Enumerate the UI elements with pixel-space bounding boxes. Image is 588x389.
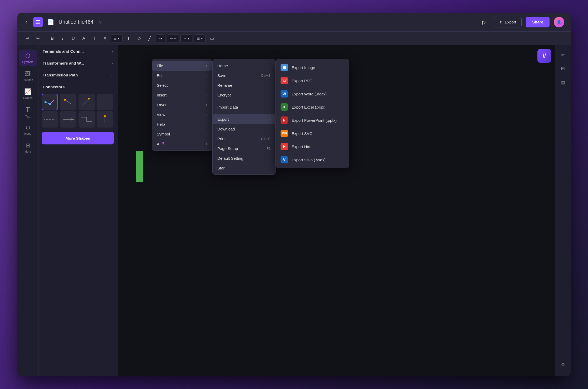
menu-item-ai[interactable]: AI // ›	[152, 139, 212, 149]
more-shapes-button[interactable]: More Shapes	[42, 132, 114, 144]
file-encrypt[interactable]: Encrypt	[213, 90, 275, 100]
right-grid-icon[interactable]: ⊞	[558, 63, 568, 74]
redo-button[interactable]: ↪	[33, 34, 42, 43]
play-button[interactable]: ▷	[479, 17, 489, 27]
menu-item-layout[interactable]: Layout ›	[152, 100, 212, 110]
connector-shape-1[interactable]	[42, 94, 58, 110]
file-print[interactable]: Print Ctrl+P	[213, 134, 275, 144]
connectors-chevron: ⌃	[110, 85, 113, 89]
help-arrow: ›	[206, 123, 207, 126]
layout-arrow: ›	[206, 103, 207, 107]
file-home[interactable]: Home	[213, 61, 275, 71]
menu-item-symbol[interactable]: Symbol ›	[152, 129, 212, 139]
menu-item-file[interactable]: File ›	[152, 61, 212, 71]
export-image[interactable]: 🖼 Export Image	[276, 61, 349, 74]
connector-shape-8[interactable]	[97, 111, 113, 128]
right-settings-icon[interactable]: ⚙	[558, 359, 568, 370]
menu-item-select[interactable]: Select ›	[152, 80, 212, 90]
connectors-grid	[38, 93, 117, 129]
sidebar-item-text[interactable]: T Text	[19, 103, 37, 120]
svg-line-3	[50, 100, 54, 104]
save-shortcut: Ctrl+S	[261, 74, 271, 77]
export-image-icon: 🖼	[281, 64, 288, 71]
export-pdf[interactable]: PDF Export PDF	[276, 74, 349, 87]
menu-item-insert[interactable]: Insert ›	[152, 90, 212, 100]
view-arrow: ›	[206, 113, 207, 116]
undo-button[interactable]: ↩	[23, 34, 32, 43]
bold-button[interactable]: B	[48, 34, 57, 43]
export-excel[interactable]: X Export Excel (.xlsx)	[276, 100, 349, 114]
line-style-dropdown[interactable]: — ▾	[167, 35, 179, 42]
export-excel-icon: X	[281, 103, 288, 111]
insert-arrow: ›	[206, 93, 207, 97]
file-submenu: Home Save Ctrl+S Rename Encrypt Import D…	[212, 59, 276, 175]
toolbar: ↩ ↪ B I U A T ≡ ≣ ▾ T ◇ ╱ ⌐▾ — ▾ → ▾ ☰ ▾…	[17, 32, 571, 45]
file-arrow: ›	[206, 64, 207, 68]
export-powerpoint[interactable]: P Export PowerPoint (.pptx)	[276, 114, 349, 127]
arrow-style-dropdown[interactable]: → ▾	[180, 35, 193, 42]
export-word[interactable]: W Export Word (.docx)	[276, 87, 349, 100]
edit-arrow: ›	[206, 74, 207, 77]
export-visio[interactable]: V Export Visio (.vsdx)	[276, 153, 349, 166]
text-icon: T	[26, 106, 30, 114]
corner-dropdown[interactable]: ⌐▾	[156, 35, 165, 42]
export-arrow: ›	[270, 118, 271, 121]
export-svg[interactable]: SVG Export SVG	[276, 127, 349, 140]
terminals-chevron: ›	[112, 49, 113, 54]
brush-button[interactable]: ╱	[145, 34, 154, 43]
sidebar-item-graphs[interactable]: 📈 Graphs	[19, 85, 37, 102]
symbols-icon: ⬡	[25, 52, 30, 59]
transformers-section[interactable]: Transformers and W... ›	[38, 57, 117, 69]
connector-shape-6[interactable]	[60, 111, 76, 128]
right-table-icon[interactable]: ▤	[558, 77, 568, 87]
file-save[interactable]: Save Ctrl+S	[213, 71, 275, 80]
text-button[interactable]: T	[90, 34, 99, 43]
export-html[interactable]: H Export Html	[276, 140, 349, 153]
menu-item-view[interactable]: View ›	[152, 110, 212, 119]
font-color-button[interactable]: A	[79, 34, 88, 43]
connector-shape-3[interactable]	[79, 94, 95, 110]
connector-shape-7[interactable]	[79, 111, 95, 128]
back-button[interactable]: ‹	[24, 17, 29, 27]
text-style-button[interactable]: T	[124, 34, 133, 43]
menu-item-help[interactable]: Help ›	[152, 119, 212, 129]
right-paint-icon[interactable]: ✏	[558, 50, 568, 60]
connectors-section[interactable]: Connectors ⌃	[38, 81, 117, 93]
transformers-chevron: ›	[112, 61, 113, 65]
menu-button[interactable]	[33, 17, 43, 27]
connector-shape-5[interactable]	[42, 111, 58, 128]
underline-button[interactable]: U	[69, 34, 78, 43]
file-import[interactable]: Import Data	[213, 102, 275, 112]
export-html-icon: H	[281, 143, 288, 150]
more-style-dropdown[interactable]: ☰ ▾	[194, 35, 206, 42]
export-icon: ⬆	[499, 20, 503, 25]
sidebar-item-symbols[interactable]: ⬡ Symbols	[19, 50, 37, 66]
avatar: 👤	[554, 17, 564, 27]
export-submenu: 🖼 Export Image PDF Export PDF W Export W…	[276, 59, 349, 168]
sidebar-item-more[interactable]: ⊞ More	[19, 139, 37, 156]
menu-item-edit[interactable]: Edit ›	[152, 71, 212, 80]
file-star[interactable]: Star	[213, 163, 275, 173]
canvas-area[interactable]: 🏠 // File	[117, 45, 555, 376]
more-icon: ⊞	[26, 142, 30, 149]
file-page-setup[interactable]: Page Setup F6	[213, 144, 275, 153]
svg-line-7	[82, 99, 89, 105]
italic-button[interactable]: I	[58, 34, 67, 43]
star-icon[interactable]: ☆	[98, 19, 102, 25]
sidebar-item-pictures[interactable]: 🖼 Pictures	[19, 67, 37, 84]
file-export[interactable]: Export ›	[213, 114, 275, 124]
export-button[interactable]: ⬆ Export	[494, 17, 522, 27]
align-dropdown[interactable]: ≣ ▾	[111, 35, 122, 42]
terminals-section[interactable]: Terminals and Conn... ›	[38, 45, 117, 57]
frame-button[interactable]: ▭	[207, 34, 216, 43]
file-rename[interactable]: Rename	[213, 80, 275, 90]
shape-fill-button[interactable]: ◇	[135, 34, 144, 43]
file-download[interactable]: Download	[213, 124, 275, 134]
connector-shape-4[interactable]	[97, 94, 113, 110]
sidebar-item-icons[interactable]: ⊙ Icons	[19, 121, 37, 138]
connector-shape-2[interactable]	[60, 94, 76, 110]
share-button[interactable]: Share	[526, 17, 550, 27]
transmission-section[interactable]: Transmission Path ⌄	[38, 69, 117, 81]
align-left-button[interactable]: ≡	[100, 34, 109, 43]
file-default-setting[interactable]: Default Setting	[213, 153, 275, 163]
